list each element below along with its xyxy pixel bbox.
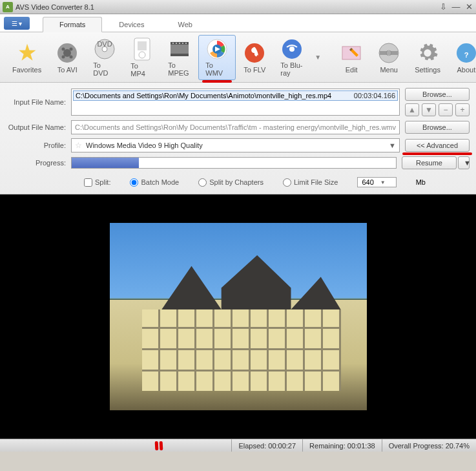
menu-button[interactable]: Menu: [370, 35, 408, 80]
dvd-icon: DVD: [93, 38, 116, 60]
tab-devices[interactable]: Devices: [102, 17, 161, 32]
help-icon: ?: [455, 41, 476, 65]
status-overall: Overall Progress: 20.74%: [382, 439, 476, 452]
to-wmv-button[interactable]: To WMV: [198, 35, 236, 80]
status-remaining: Remaining: 00:01:38: [302, 439, 382, 452]
svg-point-1: [63, 49, 71, 57]
star-icon: [16, 41, 39, 65]
input-file-duration: 00:03:04.166: [354, 92, 395, 99]
bluray-icon: [280, 38, 304, 60]
advanced-button[interactable]: << Advanced: [405, 139, 470, 152]
remove-file-button[interactable]: −: [439, 103, 453, 116]
svg-rect-19: [185, 43, 187, 44]
browse-output-button[interactable]: Browse...: [405, 121, 470, 134]
to-mp4-button[interactable]: To MP4: [123, 35, 161, 80]
svg-rect-16: [176, 43, 177, 44]
pause-icon: [155, 441, 163, 450]
progress-fill: [72, 158, 139, 168]
svg-point-2: [62, 47, 65, 50]
limit-size-radio[interactable]: Limit File Size: [283, 178, 338, 187]
red-underline: [202, 80, 232, 83]
tab-web[interactable]: Web: [161, 17, 209, 32]
input-file-label: Input File Name:: [6, 98, 71, 106]
mp4-icon: [130, 37, 154, 61]
to-flv-button[interactable]: To FLV: [236, 35, 273, 80]
svg-text:DVD: DVD: [98, 40, 112, 48]
split-chapters-radio[interactable]: Split by Chapters: [198, 178, 264, 187]
svg-rect-10: [138, 41, 147, 50]
input-file-list[interactable]: C:\Documents and Settings\Ron\My Documen…: [71, 89, 400, 116]
chevron-down-icon: ▼: [380, 180, 386, 185]
svg-rect-18: [182, 43, 183, 44]
svg-text:?: ?: [464, 51, 469, 59]
preview-content: [142, 255, 341, 391]
mb-label: Mb: [416, 178, 426, 186]
svg-rect-15: [172, 43, 174, 44]
svg-rect-17: [179, 43, 180, 44]
split-checkbox[interactable]: Split:: [84, 178, 110, 187]
svg-rect-14: [171, 54, 189, 56]
app-icon: A: [3, 2, 13, 12]
red-underline: [402, 152, 472, 155]
output-file-input[interactable]: [71, 120, 400, 134]
status-bar: Elapsed: 00:00:27 Remaining: 00:01:38 Ov…: [0, 439, 476, 452]
size-select[interactable]: 640▼: [357, 177, 396, 187]
wmv-icon: [205, 38, 229, 60]
ribbon-tabs: ☰ ▾ Formats Devices Web: [0, 14, 476, 32]
resume-button[interactable]: Resume: [402, 156, 457, 169]
close-icon[interactable]: ✕: [464, 3, 473, 12]
profile-select[interactable]: ☆ Windows Media Video 9 High Quality ▼: [71, 138, 400, 152]
to-mpeg-button[interactable]: To MPEG: [161, 35, 198, 80]
progress-bar: [71, 157, 397, 169]
move-up-button[interactable]: ▲: [405, 103, 419, 116]
system-menu[interactable]: ☰ ▾: [4, 17, 30, 30]
video-frame: [110, 223, 367, 410]
profile-label: Profile:: [6, 141, 71, 149]
batch-mode-radio[interactable]: Batch Mode: [130, 178, 179, 187]
tab-formats[interactable]: Formats: [43, 17, 102, 32]
gear-icon: [416, 41, 439, 65]
output-file-label: Output File Name:: [6, 123, 71, 131]
favorites-button[interactable]: Favorites: [5, 35, 48, 80]
svg-point-5: [70, 55, 73, 58]
browse-input-button[interactable]: Browse...: [405, 88, 470, 101]
split-options: Split: Batch Mode Split by Chapters Limi…: [6, 173, 470, 189]
toolbar: Favorites To AVI DVD To DVD To MP4 To MP…: [0, 32, 476, 83]
add-file-button[interactable]: +: [455, 103, 470, 116]
favorite-star-icon[interactable]: ☆: [75, 141, 82, 150]
edit-icon: [340, 41, 363, 65]
chevron-down-icon[interactable]: ▼: [389, 141, 396, 149]
svg-point-24: [289, 47, 295, 52]
svg-rect-28: [380, 51, 398, 55]
progress-label: Progress:: [6, 159, 71, 167]
to-dvd-button[interactable]: DVD To DVD: [86, 35, 123, 80]
titlebar: A AVS Video Converter 8.1 ⇩ — ✕: [0, 0, 476, 14]
svg-point-4: [62, 55, 65, 58]
settings-button[interactable]: Settings: [408, 35, 448, 80]
to-avi-button[interactable]: To AVI: [48, 35, 86, 80]
move-down-button[interactable]: ▼: [422, 103, 436, 116]
minimize-icon[interactable]: —: [451, 3, 460, 12]
profile-value: Windows Media Video 9 High Quality: [86, 141, 389, 149]
menu-icon: [377, 41, 400, 65]
avi-icon: [56, 41, 79, 65]
edit-button[interactable]: Edit: [333, 35, 370, 80]
svg-point-3: [70, 47, 73, 50]
to-bluray-button[interactable]: To Blu-ray: [273, 35, 311, 80]
resume-dropdown[interactable]: ▼: [458, 156, 470, 169]
flv-icon: [243, 41, 266, 65]
pin-icon[interactable]: ⇩: [439, 3, 448, 12]
toolbar-more-arrow[interactable]: ▼: [311, 54, 325, 61]
input-file-path: C:\Documents and Settings\Ron\My Documen…: [76, 92, 331, 99]
mpeg-icon: [168, 38, 191, 60]
window-title: AVS Video Converter 8.1: [16, 3, 439, 11]
about-button[interactable]: ? About: [448, 35, 476, 80]
form-area: Input File Name: C:\Documents and Settin…: [0, 83, 476, 194]
video-preview: [0, 194, 476, 439]
status-elapsed: Elapsed: 00:00:27: [231, 439, 302, 452]
input-file-item[interactable]: C:\Documents and Settings\Ron\My Documen…: [73, 90, 398, 101]
